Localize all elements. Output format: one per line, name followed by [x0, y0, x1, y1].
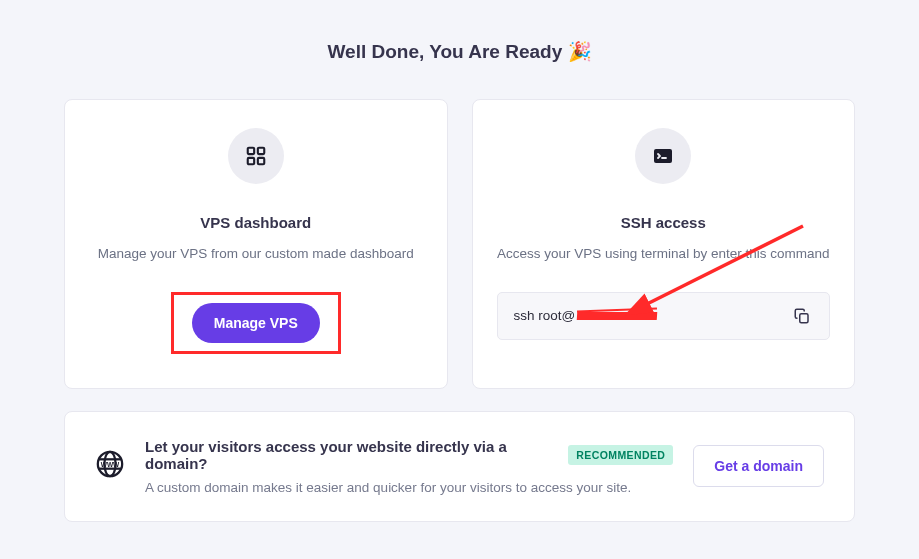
terminal-icon: [635, 128, 691, 184]
svg-rect-6: [800, 314, 808, 323]
ssh-card-title: SSH access: [621, 214, 706, 231]
svg-rect-2: [248, 158, 254, 164]
cards-row: VPS dashboard Manage your VPS from our c…: [64, 99, 855, 389]
domain-heading-text: Let your visitors access your website di…: [145, 438, 558, 472]
get-domain-button[interactable]: Get a domain: [693, 445, 824, 487]
dashboard-icon: [228, 128, 284, 184]
ssh-command-block: ssh root@: [497, 292, 831, 340]
manage-vps-button[interactable]: Manage VPS: [192, 303, 320, 343]
svg-text:WWW: WWW: [101, 461, 120, 468]
highlight-annotation: Manage VPS: [171, 292, 341, 354]
ssh-access-card: SSH access Access your VPS using termina…: [472, 99, 856, 389]
vps-card-title: VPS dashboard: [200, 214, 311, 231]
ssh-command-text: ssh root@: [514, 308, 576, 323]
page-title: Well Done, You Are Ready 🎉: [64, 40, 855, 63]
svg-rect-1: [258, 148, 264, 154]
www-icon: WWW: [95, 449, 125, 483]
ssh-card-desc: Access your VPS using terminal by enter …: [497, 245, 829, 264]
svg-rect-4: [654, 149, 672, 163]
svg-rect-3: [258, 158, 264, 164]
domain-card: WWW Let your visitors access your websit…: [64, 411, 855, 522]
recommended-badge: RECOMMENDED: [568, 445, 673, 465]
domain-sub-text: A custom domain makes it easier and quic…: [145, 480, 673, 495]
copy-button[interactable]: [791, 305, 813, 327]
vps-dashboard-card: VPS dashboard Manage your VPS from our c…: [64, 99, 448, 389]
vps-card-desc: Manage your VPS from our custom made das…: [98, 245, 414, 264]
redacted-host: [577, 310, 657, 322]
svg-rect-0: [248, 148, 254, 154]
